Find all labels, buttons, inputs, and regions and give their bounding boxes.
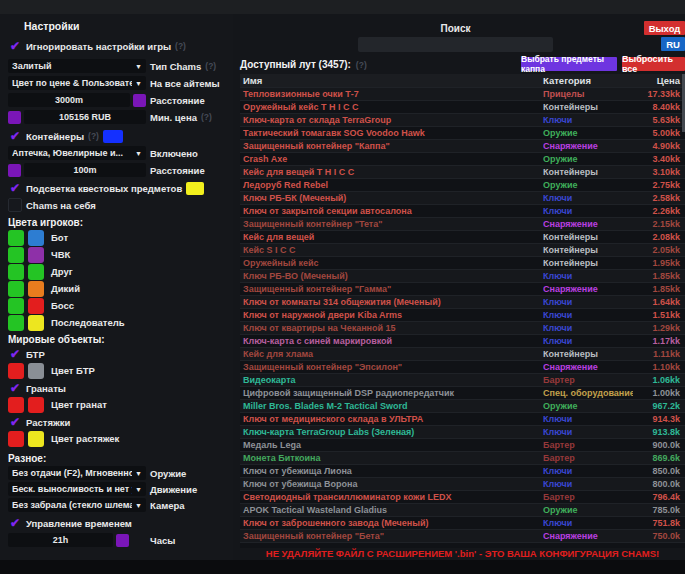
table-row[interactable]: Кейс S I C C Контейнеры 2.05kk [240,243,685,256]
table-row[interactable]: Ключ от закрытой секции автосалона Ключи… [240,204,685,217]
color-swatch[interactable] [28,264,44,280]
item-distance-input[interactable]: 100m [24,163,146,177]
table-row[interactable]: Ледоруб Red Rebel Оружие 2.75kk [240,178,685,191]
color-swatch[interactable] [28,247,44,263]
checkbox-check-icon[interactable] [8,415,22,429]
item-category: Снаряжение [543,362,633,372]
color-swatch[interactable] [116,534,129,547]
help-icon[interactable]: (?) [88,131,99,141]
table-row[interactable]: Ключ от наружной двери Kiba Arms Ключи 1… [240,308,685,321]
table-row[interactable]: Кейс для хлама Контейнеры 1.11kk [240,347,685,360]
table-row[interactable]: Защищенный контейнер "Эпсилон" Снаряжени… [240,360,685,373]
table-row[interactable]: Crash Axe Оружие 3.40kk [240,152,685,165]
item-price: 1.85kk [633,271,685,281]
table-row[interactable]: Тактический томагавк SOG Voodoo Hawk Ору… [240,126,685,139]
table-row[interactable]: Тепловизионные очки Т-7 Прицелы 17.33kk [240,87,685,100]
included-categories-dropdown[interactable]: Аптечка, Ювелирные и... ▼ [8,146,146,160]
chams-type-dropdown[interactable]: Залитый ▼ [8,59,146,73]
color-swatch[interactable] [28,397,44,413]
checkbox-unchecked[interactable] [8,198,22,212]
item-category: Бартер [543,440,633,450]
exit-button[interactable]: Выход [644,21,685,35]
table-row[interactable]: Медаль Lega Бартер 900.0k [240,438,685,451]
table-row[interactable]: Miller Bros. Blades M-2 Tactical Sword О… [240,399,685,412]
discard-all-button[interactable]: Выбросить все [622,57,685,71]
camera-dropdown[interactable]: Без забрала (стекло шлема) ▼ [8,498,146,512]
color-swatch[interactable] [8,431,24,447]
color-swatch[interactable] [28,298,44,314]
table-row[interactable]: Ключ от убежища Ворона Ключи 800.0k [240,477,685,490]
checkbox-check-icon[interactable] [8,381,22,395]
weapon-dropdown[interactable]: Без отдачи (F2), Мгновенное п ▼ [8,466,146,480]
chevron-down-icon: ▼ [132,486,142,493]
color-swatch[interactable] [8,264,24,280]
table-row[interactable]: Ключ от убежища Лиона Ключи 850.0k [240,464,685,477]
table-row[interactable]: Видеокарта Бартер 1.06kk [240,373,685,386]
column-header-name[interactable]: Имя [240,75,543,86]
table-row[interactable]: Защищенный контейнер "Гамма" Снаряжение … [240,282,685,295]
table-row[interactable]: Ключ-карта с синей маркировкой Ключи 1.1… [240,334,685,347]
color-swatch[interactable] [8,315,24,331]
checkbox-check-icon[interactable] [8,516,22,530]
color-swatch[interactable] [8,298,24,314]
item-category: Снаряжение [543,284,633,294]
color-swatch[interactable] [103,130,123,143]
color-swatch[interactable] [8,397,24,413]
color-swatch[interactable] [133,94,146,107]
all-items-dropdown[interactable]: Цвет по цене & Пользователь ▼ [8,76,146,90]
item-price: 2.15kk [633,219,685,229]
table-row[interactable]: Оружейный кейс Контейнеры 1.95kk [240,256,685,269]
table-row[interactable]: Защищенный контейнер "Каппа" Снаряжение … [240,139,685,152]
table-row[interactable]: Монета Биткоина Бартер 869.6k [240,451,685,464]
checkbox-check-icon[interactable] [8,39,22,53]
column-header-category[interactable]: Категория [543,75,633,86]
movement-dropdown[interactable]: Беск. выносливость и нет уста ▼ [8,482,146,496]
color-swatch[interactable] [28,431,44,447]
search-input[interactable] [358,37,553,52]
min-price-input[interactable]: 105156 RUB [24,110,146,124]
table-row[interactable]: Кейс для вещей T H I C C Контейнеры 3.10… [240,165,685,178]
checkbox-check-icon[interactable] [8,129,22,143]
select-kappa-items-button[interactable]: Выбрать предметы каппа [521,57,617,71]
table-row[interactable]: Ключ РБ-БК (Меченый) Ключи 2.58kk [240,191,685,204]
color-swatch[interactable] [8,111,21,124]
language-button[interactable]: RU [661,37,685,51]
table-row[interactable]: Защищенный контейнер "Бета" Снаряжение 7… [240,529,685,542]
color-swatch[interactable] [8,164,21,177]
table-row[interactable]: APOK Tactical Wasteland Gladius Оружие 7… [240,503,685,516]
table-row[interactable]: Защищенный контейнер "Тета" Снаряжение 2… [240,217,685,230]
color-swatch[interactable] [186,182,204,195]
column-header-price[interactable]: Цена [633,75,685,86]
help-icon[interactable]: (?) [175,41,186,51]
table-row[interactable]: Кейс для вещей Контейнеры 2.08kk [240,230,685,243]
help-icon[interactable]: (?) [205,61,216,71]
help-icon[interactable]: (?) [356,60,367,70]
distance-input[interactable]: 3000m [8,93,130,107]
color-swatch[interactable] [8,247,24,263]
table-row[interactable]: Ключ-карта TerraGroup Labs (Зеленая) Клю… [240,425,685,438]
color-swatch[interactable] [8,281,24,297]
item-name: Ключ-карта TerraGroup Labs (Зеленая) [240,427,543,437]
checkbox-check-icon[interactable] [8,181,22,195]
color-swatch[interactable] [28,363,44,379]
table-row[interactable]: Ключ-карта от склада TerraGroup Ключи 5.… [240,113,685,126]
color-swatch[interactable] [8,363,24,379]
hours-input[interactable]: 21h [8,533,113,547]
color-swatch[interactable] [8,230,24,246]
help-icon[interactable]: (?) [201,112,212,122]
item-category: Ключи [543,427,633,437]
color-swatch[interactable] [28,315,44,331]
table-row[interactable]: Оружейный кейс T H I C C Контейнеры 8.40… [240,100,685,113]
item-category: Ключи [543,466,633,476]
table-row[interactable]: Ключ от медицинского склада в УЛЬТРА Клю… [240,412,685,425]
table-row[interactable]: Ключ от комнаты 314 общежития (Меченый) … [240,295,685,308]
table-row[interactable]: Ключ от квартиры на Чеканной 15 Ключи 1.… [240,321,685,334]
color-swatch[interactable] [28,281,44,297]
table-row[interactable]: Светодиодный трансиллюминатор кожи LEDX … [240,490,685,503]
table-row[interactable]: Цифровой защищенный DSP радиопередатчик … [240,386,685,399]
table-row[interactable]: Ключ РБ-ВО (Меченый) Ключи 1.85kk [240,269,685,282]
color-swatch[interactable] [28,230,44,246]
table-row[interactable]: Ключ от заброшенного завода (Меченый) Кл… [240,516,685,529]
checkbox-check-icon[interactable] [8,347,22,361]
player-color-row: Босс [8,297,231,314]
